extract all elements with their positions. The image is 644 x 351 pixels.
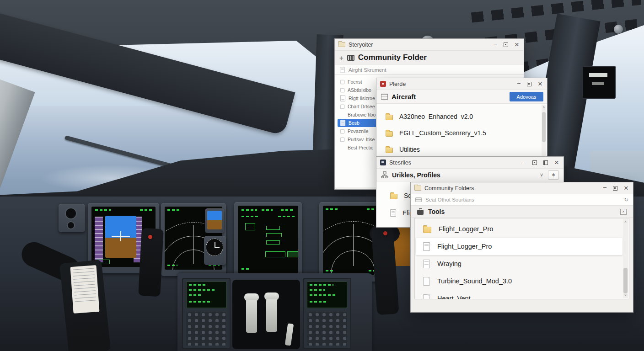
list-item[interactable]: Utilities bbox=[376, 141, 547, 158]
standby-adi bbox=[205, 208, 224, 233]
breadcrumb-row[interactable]: Airght Skrument bbox=[335, 64, 524, 75]
file-icon bbox=[423, 277, 430, 286]
scroll-up-icon[interactable]: ∧ bbox=[542, 105, 546, 110]
window-title: Stesriles bbox=[389, 160, 520, 166]
close-icon[interactable]: × bbox=[624, 184, 628, 192]
window-community-folders: Community Folders – × Seat Othot Sourtia… bbox=[410, 182, 633, 313]
maximize-icon[interactable] bbox=[613, 186, 617, 191]
checkbox-icon bbox=[340, 88, 344, 92]
add-icon[interactable]: + bbox=[339, 54, 343, 61]
none-icon bbox=[340, 145, 344, 149]
eicas-display bbox=[234, 202, 302, 280]
folder-icon bbox=[423, 227, 431, 233]
page-title: Community Folder bbox=[358, 53, 427, 62]
checkbox-icon bbox=[340, 104, 344, 108]
titlebar[interactable]: Steryoiter – × bbox=[335, 39, 524, 51]
none-icon bbox=[340, 112, 344, 117]
list-item[interactable]: Wraying bbox=[416, 255, 623, 272]
document-icon bbox=[340, 120, 345, 126]
document-icon bbox=[423, 242, 430, 251]
screen: Steryoiter – × + Community Folder Airght… bbox=[0, 0, 644, 351]
window-footer bbox=[411, 299, 633, 312]
scrollbar[interactable]: ∧ ∨ bbox=[623, 219, 628, 298]
window-title: Community Folders bbox=[424, 185, 600, 191]
library-icon bbox=[347, 55, 354, 61]
maximize-icon[interactable] bbox=[532, 160, 537, 165]
file-list: Flight_Logger_Pro Flight_Logger_Pro Wray… bbox=[414, 218, 629, 299]
center-pedestal bbox=[177, 273, 372, 351]
section-title: Tools bbox=[428, 208, 445, 215]
search-field[interactable]: Seat Othot Sourtians ↻ bbox=[411, 194, 633, 206]
sidebar-item[interactable]: Purtsvv. Itise bbox=[338, 135, 378, 144]
file-icon bbox=[423, 294, 430, 300]
app-icon-navy bbox=[380, 160, 386, 165]
restore-icon[interactable] bbox=[543, 160, 548, 165]
scrollbar[interactable]: ∧ bbox=[542, 105, 546, 157]
sidebar-item[interactable]: Rigtt Iisizroe bbox=[338, 94, 378, 102]
search-text: Seat Othot Sourtians bbox=[425, 197, 474, 202]
scroll-thumb[interactable] bbox=[542, 112, 546, 142]
titlebar[interactable]: Stesriles – × bbox=[376, 157, 564, 169]
document-icon bbox=[340, 95, 345, 101]
close-icon[interactable]: × bbox=[538, 80, 542, 88]
list-item[interactable]: Turbine_Sound_Mod_3.0 bbox=[416, 272, 623, 290]
titlebar[interactable]: Plerde – × bbox=[376, 78, 547, 90]
app-icon-red bbox=[380, 81, 386, 87]
checkbox-icon bbox=[340, 137, 344, 141]
document-icon bbox=[423, 260, 430, 268]
section-title: Urikles, Profiles bbox=[392, 171, 440, 179]
list-item[interactable]: Heart_Vent bbox=[416, 290, 623, 299]
scroll-thumb[interactable] bbox=[623, 268, 628, 293]
sidebar-item[interactable]: Brabowe Iibo bbox=[338, 111, 378, 119]
section-title: Aircraft bbox=[392, 93, 416, 101]
tools-icon bbox=[417, 210, 424, 215]
minimize-icon[interactable]: – bbox=[523, 159, 526, 165]
aircraft-icon bbox=[381, 94, 388, 100]
efis-display bbox=[582, 66, 616, 99]
list-item[interactable]: EGLL_Custom_Scenrery_v1.5 bbox=[376, 125, 547, 141]
close-icon[interactable]: × bbox=[515, 41, 519, 48]
document-icon bbox=[390, 209, 396, 217]
throttle-quadrant bbox=[232, 280, 300, 349]
minimize-icon[interactable]: – bbox=[517, 80, 521, 86]
refresh-icon[interactable]: ↻ bbox=[624, 197, 628, 203]
minimize-icon[interactable]: – bbox=[494, 41, 497, 47]
list-icon bbox=[415, 197, 422, 202]
advanced-button[interactable]: Adovoas bbox=[510, 92, 543, 101]
cdu-left bbox=[182, 278, 231, 349]
folder-app-icon bbox=[414, 186, 421, 191]
sidebar-item[interactable]: Bosb bbox=[338, 119, 378, 127]
list-item[interactable]: A320neo_Enhanced_v2.0 bbox=[376, 108, 547, 125]
minimize-icon[interactable]: – bbox=[603, 184, 606, 190]
scroll-up-icon[interactable]: ∧ bbox=[623, 220, 628, 224]
maximize-icon[interactable] bbox=[504, 43, 508, 47]
sidebar-item[interactable]: Best Prectic bbox=[338, 144, 378, 152]
standby-gauges bbox=[59, 204, 85, 232]
sidebar-item[interactable]: Cbart Drtsee bbox=[338, 102, 378, 111]
close-icon[interactable]: × bbox=[554, 159, 559, 166]
list-item[interactable]: Flight_Logger_Pro bbox=[416, 220, 623, 238]
titlebar[interactable]: Community Folders – × bbox=[411, 182, 633, 194]
folder-icon bbox=[386, 148, 393, 153]
list-item[interactable]: Flight_Logger_Pro bbox=[416, 238, 623, 255]
sidebar-item[interactable]: ASbtislxibo bbox=[338, 86, 378, 94]
checklist-placard bbox=[70, 265, 100, 314]
folder-icon bbox=[386, 115, 393, 120]
file-list: A320neo_Enhanced_v2.0 EGLL_Custom_Scenre… bbox=[376, 104, 547, 158]
window-title: Plerde bbox=[389, 81, 514, 87]
document-icon bbox=[340, 67, 344, 73]
folder-icon bbox=[386, 131, 393, 137]
chevron-down-icon[interactable]: ∨ bbox=[540, 172, 543, 178]
clock-gauge bbox=[204, 236, 226, 265]
checkbox-icon bbox=[340, 129, 344, 133]
maximize-icon[interactable] bbox=[527, 82, 531, 86]
hierarchy-icon bbox=[381, 171, 388, 178]
scroll-down-icon[interactable]: ∨ bbox=[623, 293, 628, 298]
folder-app-icon bbox=[338, 42, 345, 47]
close-box-icon[interactable]: × bbox=[620, 209, 627, 215]
sidebar-item[interactable]: Focnst bbox=[338, 78, 378, 86]
sidebar-item[interactable]: Povaznile bbox=[338, 127, 378, 135]
folder-icon bbox=[390, 194, 397, 199]
filter-button[interactable]: ∗ bbox=[548, 170, 559, 180]
cdu-right bbox=[303, 278, 351, 349]
